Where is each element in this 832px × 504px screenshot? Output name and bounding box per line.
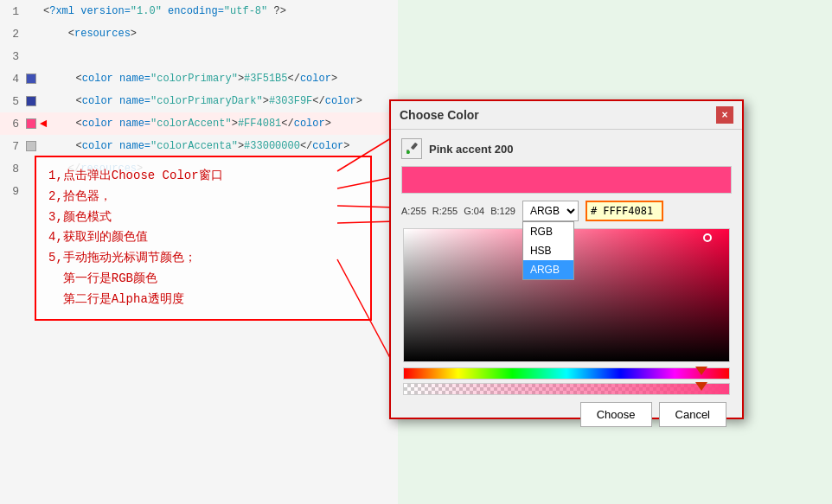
code-line-3: 3 bbox=[0, 45, 398, 67]
color-name-row: Pink accent 200 bbox=[401, 138, 732, 159]
code-line-2: 2 <resources> bbox=[0, 22, 398, 45]
dialog-body: Pink accent 200 A:255 R:255 G:04 B:129 A… bbox=[391, 130, 742, 436]
annotation-line-6: 第一行是RGB颜色 bbox=[48, 269, 358, 290]
alpha-cursor bbox=[695, 382, 707, 391]
code-line-6: 6 ◄ <color name="colorAccent">#FF4081</c… bbox=[0, 112, 398, 135]
color-dot-accent bbox=[26, 118, 36, 129]
alpha-slider[interactable] bbox=[403, 383, 730, 395]
line-number-1: 1 bbox=[0, 5, 26, 18]
alpha-slider-row bbox=[401, 383, 732, 395]
color-dot-primary bbox=[26, 73, 36, 84]
hue-cursor bbox=[695, 367, 707, 375]
annotation-line-1: 1,点击弹出Choose Color窗口 bbox=[48, 166, 358, 187]
color-dot-accenta bbox=[26, 141, 36, 151]
hex-value-input[interactable] bbox=[586, 201, 663, 221]
annotation-line-4: 4,获取到的颜色值 bbox=[48, 227, 358, 248]
hue-slider-row bbox=[401, 367, 732, 380]
color-mode-select[interactable]: ARGB RGB HSB bbox=[522, 201, 579, 221]
hue-slider[interactable] bbox=[403, 367, 730, 380]
color-dot-primary-dark bbox=[26, 96, 36, 106]
mode-select-container: ARGB RGB HSB RGB HSB ARGB bbox=[522, 201, 579, 221]
mode-option-hsb[interactable]: HSB bbox=[523, 241, 573, 260]
code-line-1: 1 <?xml version="1.0" encoding="utf-8" ?… bbox=[0, 0, 398, 22]
dialog-close-button[interactable]: × bbox=[716, 106, 733, 124]
color-name-label: Pink accent 200 bbox=[429, 143, 514, 156]
color-preview-bar bbox=[401, 166, 732, 194]
eyedropper-button[interactable] bbox=[401, 138, 422, 159]
dialog-titlebar: Choose Color × bbox=[391, 101, 742, 130]
gradient-cursor bbox=[703, 233, 712, 242]
code-line-5: 5 <color name="colorPrimaryDark">#303F9F… bbox=[0, 90, 398, 112]
svg-rect-5 bbox=[411, 143, 418, 150]
annotation-line-7: 第二行是Alpha透明度 bbox=[48, 290, 358, 310]
annotation-box: 1,点击弹出Choose Color窗口 2,拾色器， 3,颜色模式 4,获取到… bbox=[35, 156, 372, 321]
code-line-4: 4 <color name="colorPrimary">#3F51B5</co… bbox=[0, 67, 398, 90]
mode-option-rgb[interactable]: RGB bbox=[523, 222, 573, 241]
rgba-inputs: A:255 R:255 G:04 B:129 bbox=[401, 206, 515, 216]
dialog-title: Choose Color bbox=[400, 108, 479, 122]
annotation-line-5: 5,手动拖动光标调节颜色； bbox=[48, 248, 358, 269]
code-line-7: 7 <color name="colorAccenta">#33000000</… bbox=[0, 135, 398, 157]
annotation-line-3: 3,颜色模式 bbox=[48, 207, 358, 228]
color-picker-dialog: Choose Color × Pink accent 200 A:255 R:2… bbox=[389, 99, 744, 419]
annotation-line-2: 2,拾色器， bbox=[48, 187, 358, 207]
mode-option-argb[interactable]: ARGB bbox=[523, 260, 573, 279]
controls-row: A:255 R:255 G:04 B:129 ARGB RGB HSB RGB bbox=[401, 201, 732, 221]
dialog-buttons: Choose Cancel bbox=[401, 402, 732, 427]
mode-dropdown-popup: RGB HSB ARGB bbox=[522, 221, 574, 280]
choose-button[interactable]: Choose bbox=[580, 402, 652, 427]
cancel-button[interactable]: Cancel bbox=[659, 402, 726, 427]
svg-point-7 bbox=[406, 150, 410, 154]
